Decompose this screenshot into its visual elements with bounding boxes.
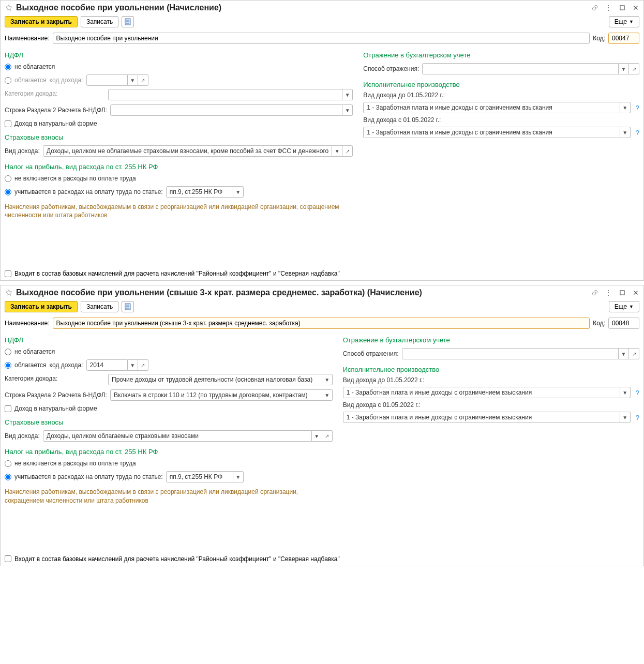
name-input[interactable]: Выходное пособие при увольнении (53, 33, 590, 44)
help-icon[interactable]: ? (636, 389, 639, 397)
income-before-label: Вид дохода до 01.05.2022 г.: (343, 376, 639, 384)
income-code-input[interactable]: 2014 (86, 359, 128, 371)
report-icon-button[interactable] (122, 16, 134, 27)
row-section2-label: Строка Раздела 2 Расчета 6-НДФЛ: (5, 391, 107, 399)
open-icon[interactable]: ↗ (138, 359, 148, 371)
dropdown-icon[interactable]: ▼ (620, 127, 631, 138)
execution-section-title: Исполнительное производство (363, 81, 639, 88)
maximize-icon[interactable] (619, 4, 626, 11)
help-icon[interactable]: ? (636, 414, 639, 421)
radio-input[interactable] (5, 460, 11, 467)
base-accruals-checkbox[interactable] (5, 555, 11, 562)
code-input[interactable]: 00048 (608, 318, 639, 329)
row-section2-input[interactable]: Включать в строки 110 и 112 (по трудовым… (110, 389, 322, 401)
more-button[interactable]: Еще ▼ (609, 301, 639, 312)
ndfl-taxed-radio[interactable]: облагается (5, 77, 47, 84)
favorite-star-icon[interactable] (5, 4, 13, 12)
ndfl-not-taxed-radio[interactable]: не облагается (5, 63, 353, 70)
open-icon[interactable]: ↗ (342, 145, 353, 157)
radio-input[interactable] (5, 64, 11, 70)
insurance-income-type-input[interactable]: Доходы, целиком не облагаемые страховыми… (43, 145, 332, 157)
profit-not-included-radio[interactable]: не включается в расходы по оплате труда (5, 175, 353, 182)
accounting-section-title: Отражение в бухгалтерском учете (343, 336, 639, 344)
row-section2-input[interactable] (110, 104, 342, 116)
checkbox-input[interactable] (5, 120, 11, 127)
dropdown-icon[interactable]: ▼ (312, 430, 322, 442)
accounting-method-input[interactable] (402, 348, 619, 359)
checkbox-input[interactable] (5, 405, 11, 412)
income-code-input[interactable] (86, 74, 128, 86)
dropdown-icon[interactable]: ▼ (322, 389, 333, 401)
kebab-menu-icon[interactable]: ⋮ (605, 4, 612, 12)
save-button[interactable]: Записать (81, 301, 118, 312)
help-icon[interactable]: ? (636, 104, 639, 112)
close-icon[interactable] (632, 289, 639, 296)
kebab-menu-icon[interactable]: ⋮ (605, 289, 612, 297)
income-after-input[interactable]: 1 - Заработная плата и иные доходы с огр… (363, 127, 620, 138)
dropdown-icon[interactable]: ▼ (619, 63, 629, 74)
link-icon[interactable] (591, 289, 598, 296)
base-accruals-checkbox[interactable] (5, 270, 11, 277)
profit-article-input[interactable]: пп.9, ст.255 НК РФ (166, 471, 233, 482)
open-icon[interactable]: ↗ (322, 430, 333, 442)
ndfl-taxed-radio[interactable]: облагается (5, 361, 47, 369)
profit-accounted-radio[interactable]: учитывается в расходах на оплату труда п… (5, 473, 163, 480)
toolbar: Записать и закрыть Записать Еще ▼ (1, 299, 643, 318)
maximize-icon[interactable] (619, 289, 626, 296)
profit-accounted-radio[interactable]: учитывается в расходах на оплату труда п… (5, 188, 163, 195)
help-icon[interactable]: ? (636, 129, 639, 137)
save-button[interactable]: Записать (81, 16, 118, 27)
dropdown-icon[interactable]: ▼ (342, 104, 353, 116)
window-accrual-1: Выходное пособие при увольнении (Начисле… (0, 0, 644, 281)
radio-input[interactable] (5, 362, 11, 369)
dropdown-icon[interactable]: ▼ (128, 359, 138, 371)
link-icon[interactable] (591, 4, 598, 11)
code-input[interactable]: 00047 (608, 33, 639, 44)
dropdown-icon[interactable]: ▼ (332, 145, 342, 157)
close-icon[interactable] (632, 4, 639, 11)
dropdown-icon[interactable]: ▼ (620, 102, 631, 113)
open-icon[interactable]: ↗ (629, 63, 639, 74)
radio-label: не облагается (14, 63, 55, 70)
income-before-input[interactable]: 1 - Заработная плата и иные доходы с огр… (363, 102, 620, 113)
income-after-input[interactable]: 1 - Заработная плата и иные доходы с огр… (343, 412, 620, 423)
dropdown-icon[interactable]: ▼ (128, 74, 138, 86)
radio-input[interactable] (5, 77, 11, 84)
svg-marker-6 (6, 290, 12, 295)
income-before-input[interactable]: 1 - Заработная плата и иные доходы с огр… (343, 387, 620, 398)
open-icon[interactable]: ↗ (138, 74, 148, 86)
income-code-input-group: ▼ ↗ (86, 74, 148, 86)
profit-article-input[interactable]: пп.9, ст.255 НК РФ (166, 186, 233, 198)
radio-input[interactable] (5, 175, 11, 182)
radio-input[interactable] (5, 189, 11, 195)
dropdown-icon[interactable]: ▼ (233, 186, 244, 198)
income-category-input[interactable]: Прочие доходы от трудовой деятельности (… (108, 374, 322, 385)
dropdown-icon[interactable]: ▼ (342, 89, 353, 100)
accounting-method-input[interactable] (422, 63, 619, 74)
more-button[interactable]: Еще ▼ (609, 16, 639, 27)
dropdown-icon[interactable]: ▼ (620, 412, 631, 423)
radio-input[interactable] (5, 474, 11, 480)
accounting-method-label: Способ отражения: (363, 65, 419, 72)
help-text: Начисления работникам, высвобождаемым в … (5, 488, 333, 504)
name-input[interactable]: Выходное пособие при увольнении (свыше 3… (53, 318, 590, 329)
ndfl-not-taxed-radio[interactable]: не облагается (5, 348, 333, 355)
dropdown-icon[interactable]: ▼ (619, 348, 629, 359)
radio-input[interactable] (5, 349, 11, 355)
dropdown-icon[interactable]: ▼ (620, 387, 631, 398)
dropdown-icon[interactable]: ▼ (322, 374, 333, 385)
row-section2-group: ▼ (110, 104, 353, 116)
dropdown-icon[interactable]: ▼ (233, 471, 244, 482)
save-close-button[interactable]: Записать и закрыть (5, 301, 78, 312)
natural-income-checkbox[interactable]: Доход в натуральной форме (5, 405, 333, 412)
natural-income-checkbox[interactable]: Доход в натуральной форме (5, 120, 353, 127)
insurance-section-title: Страховые взносы (5, 133, 353, 141)
income-category-input[interactable] (108, 89, 342, 100)
open-icon[interactable]: ↗ (629, 348, 639, 359)
radio-label: учитывается в расходах на оплату труда п… (14, 473, 163, 480)
favorite-star-icon[interactable] (5, 289, 13, 297)
save-close-button[interactable]: Записать и закрыть (5, 16, 78, 27)
report-icon-button[interactable] (122, 301, 134, 312)
insurance-income-type-input[interactable]: Доходы, целиком облагаемые страховыми вз… (43, 430, 312, 442)
profit-not-included-radio[interactable]: не включается в расходы по оплате труда (5, 460, 333, 467)
